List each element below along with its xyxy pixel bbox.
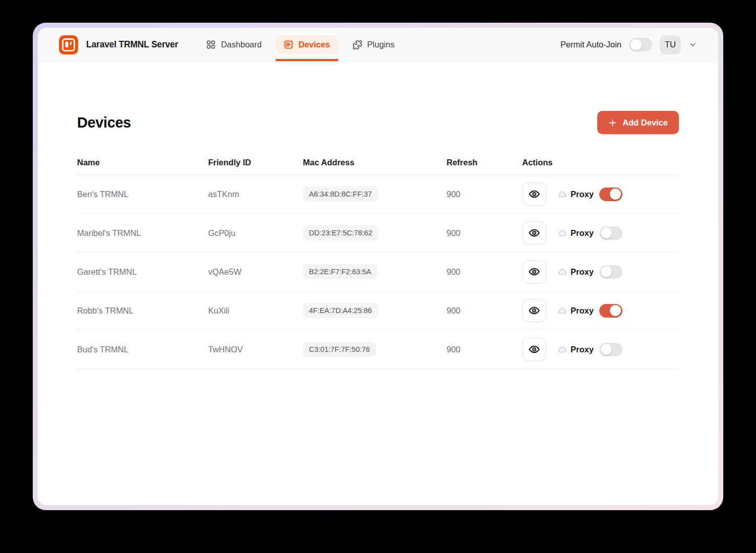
eye-icon <box>529 227 540 238</box>
avatar-initials: TU <box>665 40 676 49</box>
nav-devices-label: Devices <box>298 40 330 49</box>
screenshot-background: Laravel TRMNL Server Dashboard <box>0 0 756 553</box>
main-nav: Dashboard Devices <box>198 35 402 54</box>
table-row: Maribel's TRMNL GcP0ju DD:23:E7:5C:78:62… <box>77 214 679 253</box>
nav-plugins-label: Plugins <box>367 40 395 49</box>
brand: Laravel TRMNL Server <box>59 35 178 54</box>
device-actions: Proxy <box>522 338 679 361</box>
cloud-icon <box>557 189 568 199</box>
device-refresh: 900 <box>447 267 522 277</box>
column-header-refresh: Refresh <box>447 158 522 167</box>
eye-icon <box>529 344 540 355</box>
main-content: Devices Add Device Name Friendly ID Mac … <box>38 62 718 505</box>
device-refresh: 900 <box>447 345 522 354</box>
proxy-toggle[interactable] <box>599 343 622 356</box>
cloud-icon <box>557 305 568 316</box>
nav-item-devices[interactable]: Devices <box>276 35 338 54</box>
trmnl-logo-icon <box>59 35 78 54</box>
proxy-toggle[interactable] <box>599 304 622 318</box>
device-name: Bud's TRMNL <box>77 345 208 354</box>
proxy-label: Proxy <box>571 267 594 277</box>
proxy-label: Proxy <box>571 190 594 199</box>
nav-dashboard-label: Dashboard <box>221 40 262 49</box>
device-list-icon <box>284 40 293 49</box>
table-row: Garett's TRMNL vQAe5W B2:2E:F7:F2:63:5A … <box>77 253 679 291</box>
device-friendly-id: vQAe5W <box>208 267 303 277</box>
puzzle-icon <box>352 40 362 50</box>
device-mac-badge: C3:01:7F:7F:50:76 <box>303 342 376 357</box>
page-heading-row: Devices Add Device <box>77 111 679 134</box>
window-frame: Laravel TRMNL Server Dashboard <box>33 23 723 510</box>
column-header-name: Name <box>77 158 208 167</box>
proxy-label: Proxy <box>571 228 594 238</box>
proxy-toggle[interactable] <box>599 265 622 279</box>
cloud-icon <box>557 267 568 277</box>
device-name: Maribel's TRMNL <box>77 228 208 238</box>
view-device-button[interactable] <box>522 221 546 244</box>
device-mac-badge: 4F:EA:7D:A4:25:86 <box>303 303 378 318</box>
user-avatar[interactable]: TU <box>660 35 681 54</box>
permit-auto-join-toggle[interactable] <box>629 38 652 51</box>
device-name: Robb's TRMNL <box>77 306 208 316</box>
cloud-icon <box>557 344 568 354</box>
table-row: Bud's TRMNL TwHNOV C3:01:7F:7F:50:76 900 <box>77 330 679 369</box>
app-title: Laravel TRMNL Server <box>86 39 178 50</box>
header-right-controls: Permit Auto-Join TU <box>560 35 697 54</box>
toggle-knob <box>610 189 621 200</box>
proxy-toggle[interactable] <box>599 226 622 240</box>
view-device-button[interactable] <box>522 182 546 206</box>
proxy-label: Proxy <box>571 306 594 316</box>
chevron-down-icon[interactable] <box>688 40 697 49</box>
device-actions: Proxy <box>522 182 679 206</box>
column-header-mac: Mac Address <box>303 158 447 167</box>
cloud-icon <box>557 228 568 238</box>
view-device-button[interactable] <box>522 260 546 283</box>
table-header-row: Name Friendly ID Mac Address Refresh Act… <box>77 151 679 175</box>
device-friendly-id: TwHNOV <box>208 345 303 354</box>
device-mac-badge: DD:23:E7:5C:78:62 <box>303 225 379 240</box>
device-friendly-id: KuXili <box>208 306 303 316</box>
page-title: Devices <box>77 114 131 131</box>
device-friendly-id: GcP0ju <box>208 228 303 238</box>
devices-table-body: Ben's TRMNL asTKnm A6:34:8D:8C:FF:37 900 <box>77 175 679 369</box>
add-device-button[interactable]: Add Device <box>597 111 679 134</box>
table-row: Ben's TRMNL asTKnm A6:34:8D:8C:FF:37 900 <box>77 175 679 214</box>
view-device-button[interactable] <box>522 338 546 361</box>
device-refresh: 900 <box>447 228 522 238</box>
toggle-knob <box>610 305 621 316</box>
device-name: Ben's TRMNL <box>77 190 208 199</box>
device-actions: Proxy <box>522 299 679 322</box>
eye-icon <box>529 266 540 277</box>
plus-icon <box>608 118 617 127</box>
eye-icon <box>529 305 540 316</box>
grid-icon <box>206 40 216 49</box>
device-mac-badge: A6:34:8D:8C:FF:37 <box>303 187 378 202</box>
permit-auto-join-label: Permit Auto-Join <box>560 40 621 49</box>
toggle-knob <box>601 344 612 355</box>
device-mac-badge: B2:2E:F7:F2:63:5A <box>303 264 377 279</box>
add-device-label: Add Device <box>622 118 668 128</box>
toggle-knob <box>601 266 612 277</box>
top-navigation-bar: Laravel TRMNL Server Dashboard <box>38 28 718 62</box>
table-row: Robb's TRMNL KuXili 4F:EA:7D:A4:25:86 90… <box>77 291 679 330</box>
nav-item-dashboard[interactable]: Dashboard <box>198 35 270 54</box>
app-window: Laravel TRMNL Server Dashboard <box>38 28 718 505</box>
column-header-friendly-id: Friendly ID <box>208 158 303 167</box>
device-actions: Proxy <box>522 260 679 283</box>
toggle-knob <box>601 227 612 238</box>
device-friendly-id: asTKnm <box>208 190 303 199</box>
proxy-toggle[interactable] <box>599 188 622 201</box>
eye-icon <box>529 189 540 200</box>
view-device-button[interactable] <box>522 299 546 322</box>
device-actions: Proxy <box>522 221 679 244</box>
nav-item-plugins[interactable]: Plugins <box>344 35 403 54</box>
toggle-knob <box>631 39 642 50</box>
device-name: Garett's TRMNL <box>77 267 208 277</box>
proxy-label: Proxy <box>571 345 594 354</box>
device-refresh: 900 <box>447 190 522 199</box>
column-header-actions: Actions <box>522 158 679 167</box>
device-refresh: 900 <box>447 306 522 316</box>
